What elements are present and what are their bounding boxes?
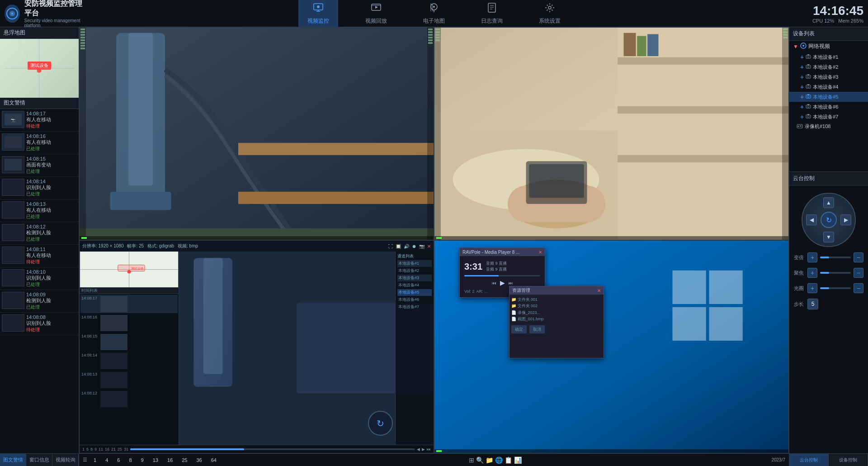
- ptz-down-button[interactable]: ▼: [823, 232, 834, 243]
- layout-8[interactable]: 8: [126, 456, 134, 464]
- audio-icon[interactable]: 🔊: [404, 244, 409, 249]
- list-item: 14:08:13 有人在移动 已处理: [0, 200, 79, 222]
- ptz-zoom-plus[interactable]: +: [807, 252, 817, 262]
- file-ok-button[interactable]: 确定: [511, 325, 527, 333]
- svg-rect-72: [673, 271, 706, 304]
- media-sub: 音频 9 直播: [486, 266, 540, 272]
- ptz-right-button[interactable]: ▶: [840, 214, 851, 225]
- top-bar: 安防视频监控管理平台 Security video management pla…: [0, 0, 868, 27]
- media-prev-btn[interactable]: ⏮: [492, 281, 496, 285]
- ptz-focus-plus[interactable]: +: [807, 268, 817, 278]
- cam3-play-icon[interactable]: ▶: [422, 447, 425, 452]
- taskbar-app2[interactable]: 📊: [514, 456, 522, 464]
- file-manager-close[interactable]: ✕: [597, 288, 601, 293]
- timeline-mark: 21: [111, 447, 116, 452]
- tab-window-info[interactable]: 窗口信息: [26, 454, 52, 466]
- tab-video-playback[interactable]: 视频回放: [356, 0, 396, 29]
- file-item[interactable]: 📁 文件夹 002: [511, 303, 602, 309]
- camera-2[interactable]: [434, 27, 789, 240]
- alert-thumb: 📷: [2, 111, 24, 128]
- cam2-left-ruler: [434, 28, 441, 240]
- layout-16[interactable]: 16: [165, 456, 175, 464]
- camera-3[interactable]: 分辨率: 1920 × 1080 帧率: 25 格式: gdigrab 视频: …: [79, 240, 434, 453]
- snapshot-icon[interactable]: 📷: [419, 244, 425, 249]
- alert-status: 已处理: [26, 281, 77, 288]
- layout-9[interactable]: 9: [138, 456, 146, 464]
- layout-6[interactable]: 6: [114, 456, 123, 464]
- file-item[interactable]: 📁 文件夹 001: [511, 296, 602, 303]
- taskbar-search[interactable]: 🔍: [476, 456, 484, 464]
- media-player-close[interactable]: ✕: [538, 250, 542, 255]
- cam3-next-icon[interactable]: ⏭: [427, 447, 431, 452]
- ptz-iris-plus[interactable]: +: [807, 283, 817, 293]
- ptz-zoom-track[interactable]: [820, 257, 851, 258]
- device-item-7[interactable]: + 本地设备#7: [789, 112, 868, 122]
- tab-device-control[interactable]: 设备控制: [829, 454, 868, 466]
- svg-rect-39: [2, 315, 24, 331]
- svg-point-97: [807, 116, 809, 118]
- ptz-iris-track[interactable]: [820, 287, 851, 289]
- cam3-sub-panel: 通道列表 本地设备#1 本地设备#2 本地设备#3 本地设备#4 本地设备#5 …: [395, 252, 434, 445]
- close-icon[interactable]: ✕: [427, 244, 431, 249]
- taskbar-app1[interactable]: 📋: [505, 456, 512, 464]
- media-next-btn[interactable]: ⏭: [509, 281, 513, 285]
- tab-system-settings[interactable]: 系统设置: [530, 0, 570, 29]
- expand-icon[interactable]: ⛶: [388, 244, 393, 249]
- layout-1[interactable]: 1: [91, 456, 99, 464]
- taskbar-browser[interactable]: 🌐: [495, 456, 503, 464]
- device-item-1[interactable]: + 本地设备#1: [789, 52, 868, 62]
- svg-rect-34: [2, 202, 24, 218]
- ptz-left-button[interactable]: ◀: [806, 214, 817, 225]
- fullscreen-icon[interactable]: 🔲: [396, 244, 401, 249]
- ptz-step-value[interactable]: 5: [807, 299, 818, 309]
- media-play-btn[interactable]: ▶: [500, 279, 505, 286]
- layout-25[interactable]: 25: [179, 456, 190, 464]
- tab-log-query[interactable]: 日志查询: [472, 0, 512, 29]
- ptz-focus-minus[interactable]: −: [854, 268, 863, 278]
- ptz-zoom-minus[interactable]: −: [854, 252, 863, 262]
- app-subtitle: Security video management platform: [24, 18, 86, 28]
- file-item[interactable]: 📄 录像_2023...: [511, 309, 602, 316]
- list-item: 14:08:13: [80, 371, 178, 389]
- alert-status: 待处理: [26, 327, 77, 333]
- system-settings-icon: [544, 2, 555, 15]
- alert-time: 14:08:10: [26, 269, 77, 275]
- record-icon[interactable]: ⏺: [412, 244, 416, 249]
- tab-ptz-control[interactable]: 云台控制: [789, 454, 829, 466]
- camera-1[interactable]: [79, 27, 434, 240]
- timeline-track[interactable]: [130, 448, 415, 450]
- cam3-control-wheel[interactable]: ↻: [368, 411, 393, 436]
- device-recorder[interactable]: 录像机#108: [789, 122, 868, 131]
- cam3-thumbnails: 14:08:17 14:08:16 14:08:15: [80, 294, 179, 410]
- device-item-5[interactable]: + 本地设备#5: [789, 92, 868, 102]
- tab-electronic-map[interactable]: 电子地图: [414, 0, 454, 29]
- ptz-center-button[interactable]: ↻: [821, 212, 837, 228]
- map-canvas[interactable]: 测试设备: [0, 39, 79, 98]
- tab-video-monitor-label: 视频监控: [307, 17, 329, 25]
- ptz-iris-minus[interactable]: −: [854, 283, 863, 293]
- tab-alerts[interactable]: 图文警情: [0, 454, 26, 466]
- camera-4[interactable]: RAVPole - Media Player 8 ... ✕ 3:31 音频 9…: [434, 240, 789, 453]
- ptz-focus-track[interactable]: [820, 272, 851, 274]
- svg-rect-78: [806, 55, 811, 58]
- device-item-4[interactable]: + 本地设备#4: [789, 82, 868, 92]
- file-item[interactable]: 📄 截图_001.bmp: [511, 316, 602, 322]
- layout-13[interactable]: 13: [150, 456, 161, 464]
- layout-36[interactable]: 36: [193, 456, 204, 464]
- taskbar-start[interactable]: ⊞: [469, 456, 474, 464]
- tab-video-rotation[interactable]: 视频轮询: [52, 454, 79, 466]
- device-item-2[interactable]: + 本地设备#2: [789, 62, 868, 72]
- file-cancel-button[interactable]: 取消: [529, 325, 545, 333]
- layout-64[interactable]: 64: [208, 456, 219, 464]
- cam3-prev-icon[interactable]: ◀: [417, 447, 420, 452]
- layout-4[interactable]: 4: [103, 456, 111, 464]
- taskbar-file[interactable]: 📁: [486, 456, 493, 464]
- device-item-6[interactable]: + 本地设备#6: [789, 102, 868, 112]
- svg-marker-8: [375, 6, 378, 9]
- ptz-up-button[interactable]: ▲: [823, 197, 834, 208]
- svg-rect-80: [807, 54, 809, 55]
- media-timer-row: 3:31 音频 9 直播 音频 9 直播: [462, 258, 543, 275]
- device-item-3[interactable]: + 本地设备#3: [789, 72, 868, 82]
- tab-video-monitor[interactable]: 视频监控: [298, 0, 338, 29]
- device-group-network[interactable]: ▼ 网络视频: [789, 41, 868, 52]
